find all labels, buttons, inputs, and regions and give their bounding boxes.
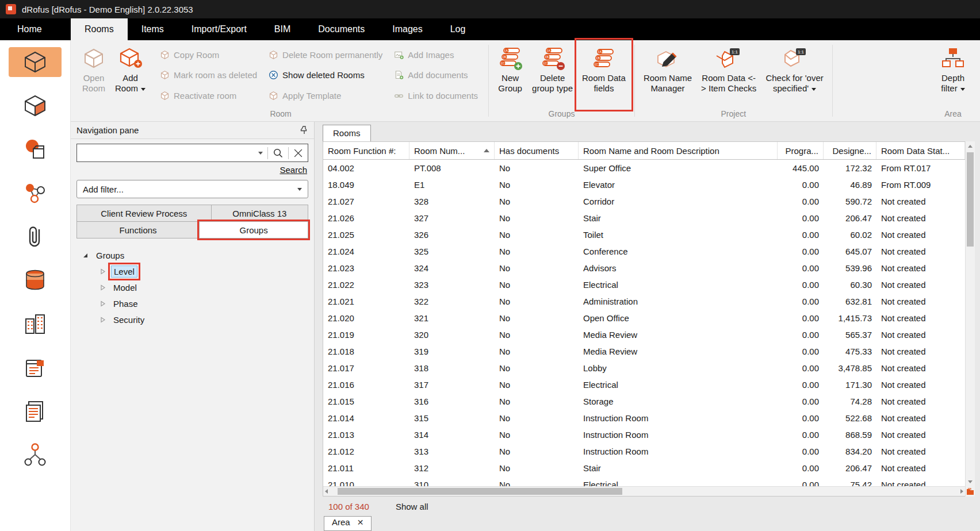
module-relations[interactable] bbox=[9, 440, 62, 470]
tree-collapsed-icon[interactable] bbox=[98, 284, 107, 291]
room-data-item-checks-button[interactable]: 1:1 Room Data <- > Item Checks bbox=[697, 41, 760, 108]
vertical-scrollbar-thumb[interactable] bbox=[967, 152, 974, 247]
tree-item-phase[interactable]: Phase bbox=[76, 295, 308, 311]
table-row[interactable]: 21.010310NoElectrical0.0075.42Not create… bbox=[323, 476, 965, 486]
corner-pages-icon[interactable] bbox=[966, 487, 975, 497]
table-cell: 0.00 bbox=[778, 380, 824, 390]
vertical-scrollbar[interactable] bbox=[965, 141, 975, 497]
nav-tab-groups[interactable]: Groups bbox=[199, 221, 308, 238]
tab-rooms[interactable]: Rooms bbox=[71, 18, 128, 40]
tree-item-level[interactable]: Level bbox=[76, 263, 308, 279]
search-icon[interactable] bbox=[268, 144, 288, 161]
nav-tab-client-review-process[interactable]: Client Review Process bbox=[76, 205, 212, 222]
table-row[interactable]: 21.025326NoToilet0.0060.02Not created bbox=[323, 226, 965, 243]
delete-room-permanently-button[interactable]: Delete Room permanently bbox=[263, 45, 388, 65]
module-items[interactable] bbox=[9, 91, 62, 121]
tab-items[interactable]: Items bbox=[128, 18, 178, 40]
add-images-button[interactable]: Add Images bbox=[388, 45, 484, 65]
tab-import-export[interactable]: Import/Export bbox=[178, 18, 261, 40]
add-documents-button[interactable]: Add documents bbox=[388, 65, 484, 85]
tree-collapsed-icon[interactable] bbox=[98, 301, 107, 307]
table-row[interactable]: 21.016317NoElectrical0.00171.30Not creat… bbox=[323, 376, 965, 393]
module-data[interactable] bbox=[9, 266, 62, 295]
tree-collapsed-icon[interactable] bbox=[98, 317, 107, 323]
search-input[interactable] bbox=[77, 144, 254, 161]
table-row[interactable]: 21.021322NoAdministration0.00632.81Not c… bbox=[323, 293, 965, 310]
nav-tab-omniclass-13[interactable]: OmniClass 13 bbox=[211, 205, 308, 222]
show-all-link[interactable]: Show all bbox=[396, 502, 428, 511]
room-name-manager-button[interactable]: Room Name Manager bbox=[640, 41, 696, 108]
column-header-room-number[interactable]: Room Num... bbox=[409, 142, 495, 159]
pin-icon[interactable] bbox=[300, 126, 308, 134]
table-row[interactable]: 21.026327NoStair0.00206.47Not created bbox=[323, 210, 965, 226]
module-buildings[interactable] bbox=[9, 309, 62, 339]
table-cell: 445.00 bbox=[778, 163, 824, 173]
apply-template-button[interactable]: Apply Template bbox=[263, 86, 388, 106]
column-header-room-data-status[interactable]: Room Data Stat... bbox=[876, 142, 965, 159]
table-row[interactable]: 21.011312NoStair0.00206.47Not created bbox=[323, 460, 965, 476]
table-row[interactable]: 21.022323NoElectrical0.0060.30Not create… bbox=[323, 276, 965, 293]
copy-room-button[interactable]: Copy Room bbox=[154, 45, 263, 65]
tab-images[interactable]: Images bbox=[378, 18, 436, 40]
check-over-specified-button[interactable]: 1:1 Check for 'over specified' bbox=[761, 41, 827, 108]
nav-tab-functions[interactable]: Functions bbox=[76, 221, 200, 238]
table-row[interactable]: 18.049E1NoElevator0.0046.89From RT.009 bbox=[323, 176, 965, 193]
horizontal-scrollbar-thumb[interactable] bbox=[338, 488, 622, 495]
module-catalog[interactable] bbox=[9, 353, 62, 383]
tree-expanded-icon[interactable] bbox=[81, 252, 90, 259]
link-to-documents-button[interactable]: Link to documents bbox=[388, 86, 484, 106]
table-row[interactable]: 21.015316NoStorage0.0074.28Not created bbox=[323, 393, 965, 410]
tab-documents[interactable]: Documents bbox=[304, 18, 378, 40]
tab-log[interactable]: Log bbox=[437, 18, 480, 40]
column-header-has-documents[interactable]: Has documents bbox=[495, 142, 579, 159]
delete-group-type-button[interactable]: ABC Delete group type bbox=[528, 41, 577, 108]
table-row[interactable]: 21.019320NoMedia Review0.00565.37Not cre… bbox=[323, 326, 965, 343]
table-row[interactable]: 21.024325NoConference0.00645.07Not creat… bbox=[323, 243, 965, 260]
depth-filter-button[interactable]: Depth filter bbox=[936, 41, 970, 108]
open-room-button[interactable]: Open Room bbox=[78, 41, 110, 108]
table-row[interactable]: 21.020321NoOpen Office0.001,415.73Not cr… bbox=[323, 310, 965, 326]
table-row[interactable]: 21.014315NoInstruction Room0.00522.68Not… bbox=[323, 410, 965, 426]
column-header-room-function[interactable]: Room Function #: bbox=[323, 142, 409, 159]
table-row[interactable]: 21.023324NoAdvisors0.00539.96Not created bbox=[323, 260, 965, 276]
column-header-designed[interactable]: Designe... bbox=[824, 142, 876, 159]
module-systems[interactable] bbox=[9, 178, 62, 208]
table-row[interactable]: 21.018319NoMedia Review0.00475.33Not cre… bbox=[323, 343, 965, 360]
table-cell: No bbox=[495, 197, 579, 206]
module-attachments[interactable] bbox=[9, 222, 62, 252]
table-row[interactable]: 21.012313NoInstruction Room0.00834.20Not… bbox=[323, 443, 965, 460]
tab-bim[interactable]: BIM bbox=[261, 18, 304, 40]
tab-home[interactable]: Home bbox=[0, 18, 71, 40]
table-row[interactable]: 04.002PT.008NoSuper Office445.00172.32Fr… bbox=[323, 160, 965, 176]
column-header-room-name[interactable]: Room Name and Room Description bbox=[579, 142, 778, 159]
new-group-button[interactable]: ABC New Group bbox=[493, 41, 527, 108]
mark-room-deleted-button[interactable]: Mark room as deleted bbox=[154, 65, 263, 85]
tab-rooms-document[interactable]: Rooms bbox=[323, 125, 371, 141]
table-row[interactable]: 21.013314NoInstruction Room0.00868.59Not… bbox=[323, 426, 965, 443]
table-row[interactable]: 21.027328NoCorridor0.00590.72Not created bbox=[323, 193, 965, 210]
search-link[interactable]: Search bbox=[280, 165, 307, 175]
close-icon[interactable]: ✕ bbox=[357, 518, 364, 527]
reactivate-room-button[interactable]: Reactivate room bbox=[154, 86, 263, 106]
horizontal-scrollbar[interactable] bbox=[323, 486, 965, 496]
table-row[interactable]: 21.017318NoLobby0.003,478.85Not created bbox=[323, 360, 965, 376]
add-room-button[interactable]: Add Room bbox=[111, 41, 150, 108]
tab-area[interactable]: Area ✕ bbox=[324, 516, 372, 531]
show-deleted-rooms-button[interactable]: Show deleted Rooms bbox=[263, 65, 388, 85]
scroll-up-arrow[interactable] bbox=[966, 141, 975, 151]
add-filter-dropdown[interactable]: Add filter... bbox=[76, 180, 308, 198]
search-clear-icon[interactable] bbox=[289, 144, 308, 161]
tree-collapsed-icon[interactable] bbox=[98, 268, 107, 275]
tree-item-security[interactable]: Security bbox=[76, 311, 308, 328]
column-header-programmed[interactable]: Progra... bbox=[778, 142, 824, 159]
tree-item-groups-root[interactable]: Groups bbox=[76, 247, 308, 263]
module-reports[interactable] bbox=[9, 397, 62, 426]
search-options-chevron-icon[interactable] bbox=[254, 144, 267, 161]
scroll-right-arrow[interactable] bbox=[960, 489, 963, 494]
scroll-down-arrow[interactable] bbox=[966, 477, 975, 487]
module-rooms[interactable] bbox=[9, 47, 62, 77]
table-cell: 632.81 bbox=[824, 297, 876, 306]
room-data-fields-button[interactable]: ABC Room Data fields bbox=[578, 41, 630, 108]
module-products[interactable] bbox=[9, 134, 62, 164]
tree-item-model[interactable]: Model bbox=[76, 279, 308, 295]
